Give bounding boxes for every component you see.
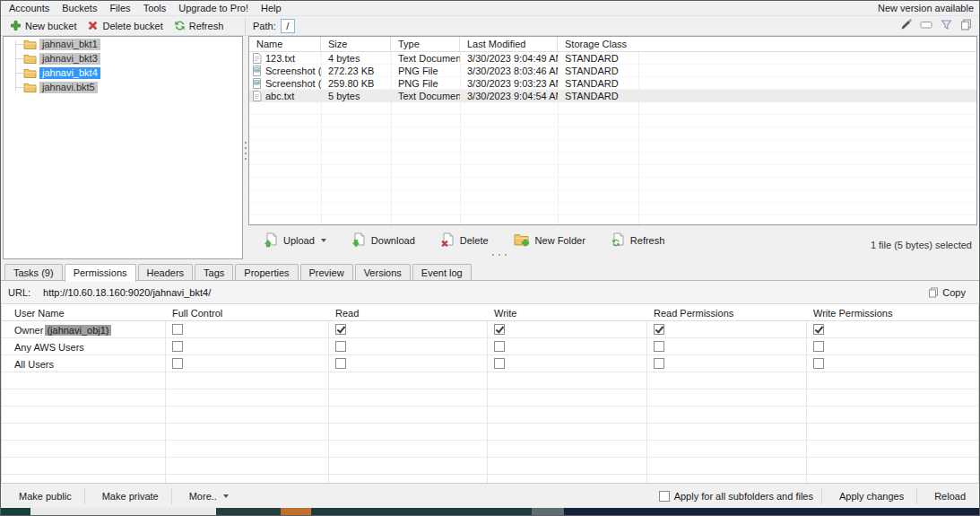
permissions-header: User NameFull ControlReadWriteRead Permi…	[2, 305, 978, 321]
copy-view-icon[interactable]	[960, 19, 972, 31]
perm-checkbox-read[interactable]	[335, 341, 346, 352]
file-row-123-txt[interactable]: 123.txt4 bytesText Document3/30/2023 9:0…	[249, 52, 976, 65]
apply-all-option[interactable]: Apply for all subfolders and files	[659, 491, 817, 502]
perm-row-all-users[interactable]: All Users	[2, 355, 978, 372]
menu-tools[interactable]: Tools	[137, 2, 173, 14]
column-header-name[interactable]: Name	[249, 37, 321, 51]
download-label: Download	[371, 235, 415, 246]
bucket-item-jahnavi-bkt5[interactable]: jahnavi.bkt5	[23, 81, 242, 94]
perm-checkbox-full-control[interactable]	[172, 324, 183, 335]
perm-checkbox-read-permissions[interactable]	[654, 324, 664, 335]
rename-icon[interactable]	[920, 19, 932, 31]
tab-permissions[interactable]: Permissions	[65, 264, 136, 282]
perm-column-write: Write	[487, 305, 646, 320]
pencil-icon[interactable]	[900, 19, 912, 31]
perm-checkbox-read-permissions[interactable]	[654, 341, 664, 352]
menu-help[interactable]: Help	[255, 2, 288, 14]
perm-user-name: Any AWS Users	[14, 342, 84, 353]
menu-files[interactable]: Files	[103, 2, 136, 14]
desktop-taskbar-strip	[1, 508, 979, 515]
file-name: Screenshot (1...	[265, 66, 321, 76]
column-header-storage-class[interactable]: Storage Class	[558, 37, 976, 51]
refresh-button[interactable]: Refresh	[169, 17, 230, 34]
tab-versions[interactable]: Versions	[355, 264, 411, 281]
copy-url-button[interactable]: Copy	[922, 284, 972, 301]
perm-checkbox-write-permissions[interactable]	[813, 324, 824, 335]
perm-checkbox-full-control[interactable]	[172, 358, 183, 369]
tab-headers[interactable]: Headers	[138, 264, 194, 281]
perm-checkbox-write[interactable]	[494, 324, 505, 335]
more-button[interactable]: More..	[177, 487, 237, 505]
tab-event-log[interactable]: Event log	[412, 264, 472, 281]
reload-button[interactable]: Reload	[922, 487, 974, 505]
file-list-header: NameSizeTypeLast ModifiedStorage Class	[249, 37, 976, 52]
delete-button[interactable]: Delete	[434, 230, 495, 250]
folder-icon	[23, 83, 37, 93]
download-icon	[351, 232, 367, 248]
taskbar-segment	[532, 508, 564, 515]
filter-icon[interactable]	[941, 19, 952, 31]
apply-changes-button[interactable]: Apply changes	[827, 487, 912, 505]
apply-all-label: Apply for all subfolders and files	[674, 491, 813, 502]
perm-row-any-aws-users[interactable]: Any AWS Users	[2, 338, 978, 355]
url-bar: URL: http://10.60.18.160:9020/jahnavi_bk…	[1, 281, 979, 304]
delete-bucket-button[interactable]: Delete bucket	[82, 17, 168, 34]
apply-all-checkbox[interactable]	[659, 491, 670, 502]
perm-column-user-name: User Name	[2, 305, 165, 320]
perm-checkbox-read[interactable]	[335, 358, 346, 369]
bucket-item-jahnavi-bkt4[interactable]: jahnavi_bkt4	[23, 66, 242, 80]
file-row-abc-txt[interactable]: abc.txt5 bytesText Document3/30/2023 9:0…	[249, 90, 976, 102]
download-button[interactable]: Download	[345, 230, 421, 250]
perm-checkbox-read-permissions[interactable]	[654, 358, 664, 369]
make-private-button[interactable]: Make private	[90, 487, 167, 505]
bucket-tree-panel: jahnavi_bkt1jahnavi_bkt3jahnavi_bkt4jahn…	[3, 36, 243, 259]
perm-checkbox-write-permissions[interactable]	[813, 341, 824, 352]
file-row-screenshot-1[interactable]: Screenshot (1...272.23 KBPNG File3/30/20…	[249, 65, 976, 77]
perm-user-name: Owner	[14, 325, 43, 336]
new-folder-button[interactable]: New Folder	[507, 231, 592, 249]
file-row-screenshot-2[interactable]: Screenshot (2...259.80 KBPNG File3/30/20…	[249, 77, 976, 90]
delete-label: Delete	[460, 235, 489, 246]
tab-preview[interactable]: Preview	[300, 264, 353, 281]
tab-tasks-9[interactable]: Tasks (9)	[4, 264, 63, 281]
column-header-type[interactable]: Type	[391, 37, 460, 51]
footer-bar: Make public Make private More.. Apply fo…	[1, 483, 979, 508]
new-bucket-label: New bucket	[25, 21, 76, 31]
refresh-button[interactable]: Refresh	[604, 230, 672, 250]
menu-accounts[interactable]: Accounts	[3, 2, 56, 14]
bucket-name: jahnavi.bkt5	[39, 82, 98, 93]
folder-icon	[23, 54, 37, 65]
bucket-item-jahnavi-bkt3[interactable]: jahnavi_bkt3	[23, 52, 242, 66]
delete-file-icon	[440, 232, 455, 248]
column-header-size[interactable]: Size	[321, 37, 391, 51]
menu-items: AccountsBucketsFilesToolsUpgrade to Pro!…	[3, 1, 288, 15]
perm-checkbox-write[interactable]	[494, 358, 505, 369]
menu-buckets[interactable]: Buckets	[56, 2, 103, 14]
toolbar-grip[interactable]	[492, 254, 507, 256]
copy-icon	[928, 287, 939, 298]
path-input[interactable]: /	[281, 19, 295, 33]
perm-row-owner[interactable]: Owner(jahnavi_obj1)	[2, 321, 978, 338]
perm-column-read-permissions: Read Permissions	[646, 305, 806, 320]
perm-checkbox-full-control[interactable]	[172, 341, 183, 352]
new-bucket-button[interactable]: New bucket	[4, 17, 82, 34]
new-version-link[interactable]: New version available	[878, 3, 974, 13]
refresh-label: Refresh	[189, 21, 224, 31]
tab-properties[interactable]: Properties	[235, 264, 298, 281]
more-label: More..	[189, 491, 217, 502]
perm-checkbox-read[interactable]	[335, 324, 346, 335]
taskbar-segment	[216, 508, 281, 515]
perm-checkbox-write-permissions[interactable]	[813, 358, 824, 369]
bucket-item-jahnavi-bkt1[interactable]: jahnavi_bkt1	[23, 38, 242, 51]
refresh-label: Refresh	[630, 235, 665, 246]
upload-label: Upload	[283, 235, 315, 246]
menu-upgrade-to-pro[interactable]: Upgrade to Pro!	[172, 2, 255, 14]
files-panel: NameSizeTypeLast ModifiedStorage Class 1…	[248, 36, 977, 261]
bucket-list: jahnavi_bkt1jahnavi_bkt3jahnavi_bkt4jahn…	[4, 38, 242, 94]
column-header-last-modified[interactable]: Last Modified	[460, 37, 558, 51]
file-name: 123.txt	[265, 53, 295, 64]
tab-tags[interactable]: Tags	[195, 264, 233, 281]
upload-button[interactable]: Upload	[257, 230, 333, 250]
perm-checkbox-write[interactable]	[494, 341, 505, 352]
make-public-button[interactable]: Make public	[6, 487, 80, 505]
